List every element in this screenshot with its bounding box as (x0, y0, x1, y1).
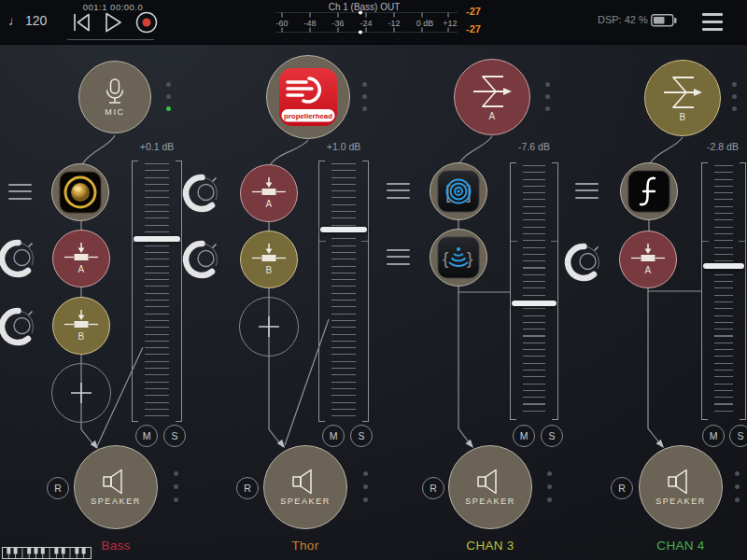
output-node-speaker[interactable]: SPEAKER (639, 445, 723, 529)
input-node-bus-a[interactable]: A (454, 59, 530, 135)
output-node-speaker[interactable]: SPEAKER (263, 445, 347, 529)
send-node-b[interactable]: B (52, 297, 110, 355)
node-menu-dot[interactable] (547, 484, 552, 489)
node-menu-dot[interactable] (735, 484, 740, 489)
effect-slot-handle-icon[interactable] (387, 183, 410, 203)
input-node-bus-b[interactable]: B (644, 60, 721, 136)
volume-fader[interactable] (510, 162, 558, 420)
effect-node-app[interactable] (51, 163, 109, 221)
add-node-button[interactable] (51, 363, 111, 423)
main-menu-button[interactable] (702, 13, 723, 35)
node-menu-dot[interactable] (363, 484, 368, 489)
send-node-a[interactable]: A (52, 230, 110, 287)
node-menu-dot[interactable] (545, 82, 550, 87)
node-menu-dot[interactable] (362, 106, 367, 111)
effect-node-app[interactable]: [] (430, 162, 487, 220)
solo-button[interactable]: S (163, 425, 186, 447)
node-menu-dot[interactable] (545, 106, 550, 111)
top-bar: ♩ 120 001:1 00:00.0 Ch 1 (Bass) OUT -60 … (0, 0, 747, 45)
play-button[interactable] (102, 11, 124, 34)
send-node-b[interactable]: B (240, 231, 298, 288)
propellerhead-app-icon: propellerhead (278, 67, 338, 127)
add-node-button[interactable] (239, 297, 299, 357)
gain-readout: -7.6 dB (508, 141, 560, 152)
node-menu-dot[interactable] (735, 471, 740, 476)
channel-name[interactable]: CHAN 3 (434, 539, 546, 553)
channel-name[interactable]: CHAN 4 (625, 539, 737, 553)
volume-fader[interactable] (132, 161, 182, 422)
svg-text:}: } (467, 248, 472, 268)
send-a-knob[interactable] (560, 240, 605, 285)
solo-button[interactable]: S (729, 425, 747, 447)
fader-handle[interactable] (512, 301, 557, 306)
send-node-a[interactable]: A (240, 164, 298, 222)
node-menu-dot[interactable] (174, 497, 178, 502)
peak-value-left: -27 (466, 6, 481, 17)
output-node-speaker[interactable]: SPEAKER (74, 445, 158, 529)
send-node-a[interactable]: A (619, 231, 677, 288)
volume-fader[interactable] (701, 162, 746, 420)
gold-knob-app-icon (59, 171, 102, 214)
input-node-app[interactable]: propellerhead (266, 55, 350, 139)
mute-button[interactable]: M (322, 425, 345, 447)
node-menu-dot[interactable] (362, 94, 367, 99)
speaker-icon (476, 469, 504, 495)
solo-button[interactable]: S (541, 425, 563, 447)
node-menu-dot[interactable] (363, 497, 368, 502)
gain-readout: -2.8 dB (697, 141, 747, 152)
sum-bus-icon (472, 74, 513, 109)
channel-name[interactable]: Thor (249, 539, 361, 553)
mute-button[interactable]: M (702, 425, 725, 447)
send-b-knob[interactable] (178, 237, 223, 282)
plus-icon (258, 315, 280, 338)
zero-db-mark (511, 241, 517, 242)
input-node-mic[interactable]: MIC (78, 61, 151, 133)
tempo-display[interactable]: ♩ 120 (8, 13, 47, 28)
effect-slot-handle-icon[interactable] (575, 183, 599, 203)
skip-to-start-button[interactable] (71, 11, 93, 34)
output-level-meter[interactable]: -60 -48 -36 -24 -12 0 dB +12 (273, 7, 464, 38)
node-menu-dot[interactable] (547, 471, 552, 476)
node-menu-dot[interactable] (174, 484, 178, 489)
fader-handle[interactable] (134, 236, 180, 242)
zero-db-mark (739, 241, 745, 242)
effect-slot-handle-icon[interactable] (8, 184, 32, 204)
mute-button[interactable]: M (513, 425, 535, 447)
node-menu-dot[interactable] (545, 94, 550, 99)
node-menu-dot[interactable] (363, 471, 368, 476)
keyboard-icon[interactable] (2, 547, 92, 559)
volume-fader[interactable] (318, 161, 369, 422)
node-menu-dot[interactable] (174, 471, 178, 476)
node-menu-dot[interactable] (547, 497, 552, 502)
node-menu-dot[interactable] (732, 82, 737, 87)
node-menu-dot[interactable] (732, 106, 737, 111)
output-node-speaker[interactable]: SPEAKER (448, 445, 532, 529)
node-menu-dot[interactable] (166, 94, 171, 99)
fader-rail (510, 162, 516, 420)
solo-button[interactable]: S (350, 425, 373, 447)
send-a-knob[interactable] (178, 171, 223, 216)
send-icon (63, 243, 99, 262)
record-button[interactable] (134, 10, 159, 35)
fader-rail (701, 162, 708, 420)
record-arm-button[interactable]: R (611, 477, 633, 499)
node-menu-dot[interactable] (735, 497, 740, 502)
send-b-knob[interactable] (0, 304, 39, 349)
send-a-knob[interactable] (0, 236, 39, 281)
effect-node-app[interactable]: {} (430, 229, 487, 287)
effect-node-app[interactable] (620, 162, 678, 220)
meter-peak-dot-left (359, 10, 362, 14)
node-menu-dot[interactable] (166, 82, 171, 87)
mute-button[interactable]: M (135, 425, 158, 447)
fader-handle[interactable] (320, 227, 367, 232)
mixer-app: ♩ 120 001:1 00:00.0 Ch 1 (Bass) OUT -60 … (0, 0, 747, 560)
fader-ticks (145, 163, 169, 419)
node-menu-dot[interactable] (732, 94, 737, 99)
zero-db-mark (702, 241, 709, 242)
record-arm-button[interactable]: R (236, 477, 259, 499)
effect-slot-handle-icon[interactable] (387, 249, 410, 270)
fader-handle[interactable] (703, 263, 744, 269)
node-menu-dot[interactable] (362, 82, 367, 87)
record-arm-button[interactable]: R (422, 477, 444, 499)
record-arm-button[interactable]: R (47, 477, 69, 499)
